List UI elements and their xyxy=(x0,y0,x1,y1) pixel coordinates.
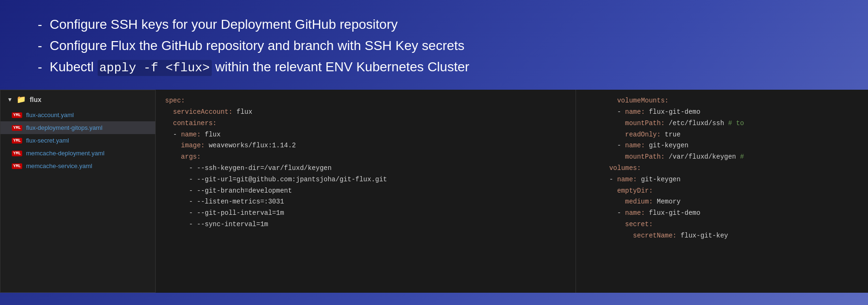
file-item-5[interactable]: YML memcache-service.yaml xyxy=(0,160,155,172)
file-name-2: flux-deployment-gitops.yaml xyxy=(26,124,102,131)
code-line-2: serviceAccount: flux xyxy=(165,107,566,118)
yaml-badge-5: YML xyxy=(12,163,22,169)
file-item-1[interactable]: YML flux-account.yaml xyxy=(0,109,155,121)
file-name-3: flux-secret.yaml xyxy=(26,137,69,144)
text-after-code: within the relevant ENV Kubernetes Clust… xyxy=(212,59,469,74)
r-code-line-5: - name: git-keygen xyxy=(585,140,859,152)
file-name-4: memcache-deployment.yaml xyxy=(26,150,104,157)
code-snippet: apply -f <flux> xyxy=(98,60,212,76)
bullet-text-2: Configure Flux the GitHub repository and… xyxy=(50,35,464,57)
code-line-11: - --git-poll-interval=1m xyxy=(165,208,566,219)
bullet-item-1: - Configure SSH keys for your Deployment… xyxy=(38,14,830,35)
code-line-1: spec: xyxy=(165,95,566,107)
code-line-10: - --listen-metrics=:3031 xyxy=(165,196,566,208)
file-tree-panel: ▼ 📁 flux YML flux-account.yaml YML flux-… xyxy=(0,90,156,293)
r-code-line-11: - name: flux-git-demo xyxy=(585,208,859,219)
file-name-5: memcache-service.yaml xyxy=(26,162,92,169)
r-code-line-13: secretName: flux-git-key xyxy=(585,230,859,242)
bullet-dash-2: - xyxy=(38,35,42,57)
file-item-2[interactable]: YML flux-deployment-gitops.yaml xyxy=(0,121,155,134)
bullet-dash-3: - xyxy=(38,57,42,78)
bullet-text-3: Kubectl apply -f <flux> within the relev… xyxy=(50,57,469,78)
file-item-4[interactable]: YML memcache-deployment.yaml xyxy=(0,147,155,160)
bullet-dash-1: - xyxy=(38,14,42,35)
right-code-panel: volumeMounts: - name: flux-git-demo moun… xyxy=(576,90,868,293)
folder-name: flux xyxy=(30,96,42,103)
bullet-text-1: Configure SSH keys for your Deployment G… xyxy=(50,14,398,35)
file-item-3[interactable]: YML flux-secret.yaml xyxy=(0,134,155,147)
r-code-line-8: - name: git-keygen xyxy=(585,174,859,186)
code-line-6: args: xyxy=(165,152,566,163)
left-code-panel: spec: serviceAccount: flux containers: -… xyxy=(156,90,576,293)
folder-icon: 📁 xyxy=(17,95,26,104)
code-line-8: - --git-url=git@github.com:jpantsjoha/gi… xyxy=(165,174,566,186)
r-code-line-7: volumes: xyxy=(585,163,859,174)
code-line-4: - name: flux xyxy=(165,129,566,141)
bullet-item-3: - Kubectl apply -f <flux> within the rel… xyxy=(38,57,830,78)
r-code-line-12: secret: xyxy=(585,219,859,230)
r-code-line-2: - name: flux-git-demo xyxy=(585,107,859,118)
yaml-badge-4: YML xyxy=(12,151,22,156)
file-tree-header: ▼ 📁 flux xyxy=(0,90,155,109)
code-line-12: - --sync-interval=1m xyxy=(165,219,566,230)
yaml-badge-1: YML xyxy=(12,112,22,118)
code-line-5: image: weaveworks/flux:1.14.2 xyxy=(165,140,566,152)
collapse-triangle-icon[interactable]: ▼ xyxy=(7,96,13,103)
bullet-item-2: - Configure Flux the GitHub repository a… xyxy=(38,35,830,57)
code-line-9: - --git-branch=development xyxy=(165,186,566,197)
r-code-line-3: mountPath: /etc/fluxd/ssh # to xyxy=(585,118,859,129)
bottom-section: ▼ 📁 flux YML flux-account.yaml YML flux-… xyxy=(0,90,868,293)
code-line-7: - --ssh-keygen-dir=/var/fluxd/keygen xyxy=(165,163,566,174)
code-line-3: containers: xyxy=(165,118,566,129)
text-before-code: Kubectl xyxy=(50,59,97,74)
r-code-line-4: readOnly: true xyxy=(585,129,859,141)
r-code-line-9: emptyDir: xyxy=(585,186,859,197)
r-code-line-1: volumeMounts: xyxy=(585,95,859,107)
header-section: - Configure SSH keys for your Deployment… xyxy=(0,0,868,87)
file-name-1: flux-account.yaml xyxy=(26,111,74,119)
yaml-badge-2: YML xyxy=(12,125,22,131)
r-code-line-10: medium: Memory xyxy=(585,196,859,208)
r-code-line-6: mountPath: /var/fluxd/keygen # xyxy=(585,152,859,163)
bullet-list: - Configure SSH keys for your Deployment… xyxy=(38,14,830,78)
yaml-badge-3: YML xyxy=(12,138,22,144)
